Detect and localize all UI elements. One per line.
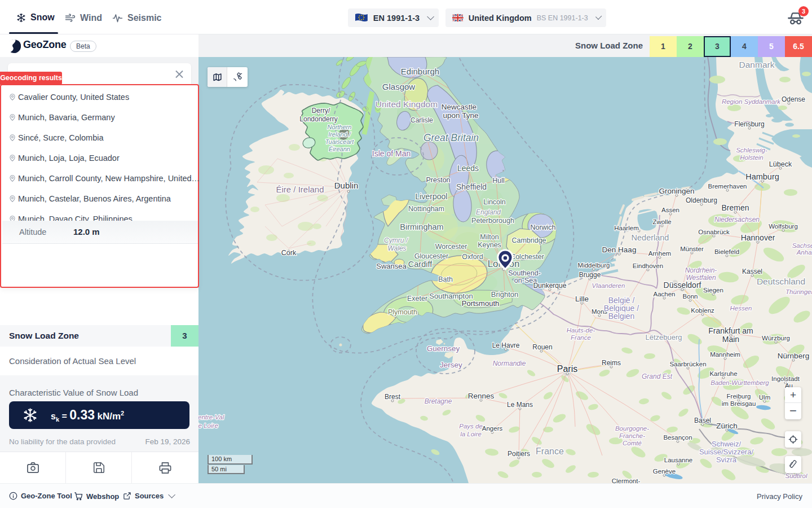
svg-text:Brugge: Brugge [579, 271, 601, 279]
svg-text:Poitiers: Poitiers [508, 450, 530, 458]
svg-text:Dublin: Dublin [334, 181, 359, 190]
svg-text:Bath: Bath [438, 275, 453, 283]
svg-text:Region Syddanmark: Region Syddanmark [722, 98, 781, 105]
svg-text:Liverpool: Liverpool [416, 192, 448, 201]
svg-text:Carlisle: Carlisle [411, 116, 433, 124]
svg-text:Glasgow: Glasgow [382, 82, 416, 91]
svg-text:Cork: Cork [281, 249, 297, 257]
svg-text:Nottingham: Nottingham [408, 205, 444, 213]
svg-text:Haarlem: Haarlem [614, 225, 638, 231]
svg-text:Clermont-: Clermont- [612, 478, 641, 483]
svg-text:Basel: Basel [694, 417, 711, 424]
svg-text:Thüringen: Thüringen [785, 288, 812, 295]
svg-text:Nürnberg: Nürnberg [778, 352, 809, 360]
svg-text:Le Mans: Le Mans [507, 401, 533, 409]
svg-text:Main: Main [722, 335, 739, 344]
svg-text:Sheffield: Sheffield [456, 182, 487, 191]
svg-text:England: England [476, 208, 501, 216]
svg-text:Aachen: Aachen [653, 291, 675, 297]
svg-text:Cardiff: Cardiff [408, 260, 433, 269]
svg-text:Freiburg: Freiburg [727, 393, 751, 400]
svg-text:Middelburg: Middelburg [578, 262, 610, 269]
svg-text:Lincoln: Lincoln [483, 198, 506, 206]
svg-text:Oldenburg: Oldenburg [686, 196, 717, 204]
svg-text:Bremen: Bremen [721, 203, 749, 212]
svg-text:Flensburg: Flensburg [734, 120, 764, 128]
svg-text:Bourgogne-: Bourgogne- [615, 425, 649, 432]
svg-text:Cymru /: Cymru / [384, 237, 409, 244]
svg-text:Lausanne: Lausanne [664, 457, 693, 463]
svg-text:Genève: Genève [653, 468, 676, 475]
svg-text:Düsseldorf: Düsseldorf [664, 281, 701, 290]
svg-text:Preston: Preston [426, 176, 450, 184]
svg-text:Lille: Lille [575, 295, 589, 303]
svg-text:de Loire: de Loire [198, 422, 218, 429]
svg-text:Rouen: Rouen [532, 343, 552, 351]
svg-text:Exeter: Exeter [407, 295, 427, 303]
svg-text:Isle of Man: Isle of Man [372, 149, 411, 158]
svg-text:Belgien: Belgien [608, 312, 635, 321]
svg-text:Zürich: Zürich [716, 422, 738, 430]
svg-text:Hessen: Hessen [730, 305, 752, 312]
svg-text:Karlsruhe: Karlsruhe [709, 370, 737, 377]
svg-text:Milton: Milton [480, 233, 498, 241]
svg-text:Siegen: Siegen [703, 287, 723, 294]
svg-text:Koblenz: Koblenz [691, 307, 714, 314]
svg-text:Osnabrück: Osnabrück [698, 229, 730, 235]
svg-text:Portsmouth: Portsmouth [462, 299, 499, 308]
svg-text:Bonn: Bonn [683, 293, 698, 300]
svg-text:Worcester: Worcester [435, 243, 467, 251]
svg-text:Suisse/Svizzera/: Suisse/Svizzera/ [699, 448, 753, 456]
svg-text:Brighton: Brighton [491, 290, 518, 299]
svg-text:Franche-: Franche- [619, 432, 645, 439]
svg-text:upon Tyne: upon Tyne [443, 111, 479, 120]
svg-text:Wales: Wales [387, 244, 406, 252]
svg-text:Paris: Paris [557, 364, 577, 374]
svg-text:Oxford: Oxford [462, 253, 483, 261]
svg-text:Comté: Comté [623, 440, 642, 446]
svg-text:Baden-Württemberg: Baden-Württemberg [710, 379, 769, 386]
svg-text:Hamburg: Hamburg [745, 172, 779, 181]
svg-text:Norwich: Norwich [530, 224, 555, 231]
svg-text:Bremerhaven: Bremerhaven [708, 183, 747, 190]
svg-text:Hauts-de-: Hauts-de- [567, 327, 595, 334]
svg-text:Southend-: Southend- [508, 269, 541, 277]
svg-text:Saarbrücken: Saarbrücken [669, 361, 706, 367]
svg-text:Peterborough: Peterborough [471, 217, 514, 225]
svg-text:Kassel: Kassel [742, 268, 762, 275]
svg-text:Assen: Assen [661, 207, 679, 213]
svg-text:Normandie: Normandie [493, 360, 526, 367]
svg-text:Eindhoven: Eindhoven [633, 262, 663, 269]
svg-text:Münster: Münster [680, 246, 704, 252]
svg-text:Ireland /: Ireland / [328, 131, 351, 138]
svg-text:Brest: Brest [385, 393, 401, 401]
svg-text:Plymouth: Plymouth [388, 308, 417, 316]
svg-text:Swansea: Swansea [376, 262, 407, 270]
svg-text:Den Haag: Den Haag [602, 246, 637, 254]
svg-text:Ingolstadt: Ingolstadt [771, 375, 800, 382]
svg-text:Guernsey: Guernsey [427, 344, 460, 353]
svg-text:France: France [571, 334, 591, 341]
svg-text:Bielefeld: Bielefeld [714, 248, 739, 255]
svg-text:Danmark: Danmark [739, 60, 775, 69]
svg-text:Angers: Angers [482, 425, 503, 432]
svg-text:Lübeck: Lübeck [769, 160, 792, 168]
svg-text:Svizra: Svizra [716, 456, 737, 464]
svg-text:Pays de: Pays de [459, 423, 483, 430]
svg-text:Grand Est: Grand Est [642, 373, 673, 380]
svg-text:Besançon: Besançon [663, 434, 692, 441]
svg-text:Sachsen-: Sachsen- [792, 242, 812, 249]
svg-text:Derry/: Derry/ [312, 107, 330, 115]
svg-text:Lëtzebuerg: Lëtzebuerg [645, 333, 682, 341]
svg-text:Nordrhein-: Nordrhein- [685, 266, 717, 274]
svg-text:Dunkerque: Dunkerque [533, 282, 567, 290]
svg-text:Ulm: Ulm [759, 394, 770, 401]
svg-text:Jersey: Jersey [440, 361, 462, 369]
svg-text:Cambridge: Cambridge [511, 237, 546, 244]
svg-text:Schweiz/: Schweiz/ [712, 440, 741, 448]
svg-text:Arnhem: Arnhem [648, 250, 671, 257]
svg-text:im Breisgau: im Breisgau [722, 400, 756, 407]
svg-text:Nederland: Nederland [632, 233, 669, 242]
svg-text:Edinburgh: Edinburgh [401, 67, 439, 76]
svg-text:Anhalt: Anhalt [796, 249, 812, 256]
